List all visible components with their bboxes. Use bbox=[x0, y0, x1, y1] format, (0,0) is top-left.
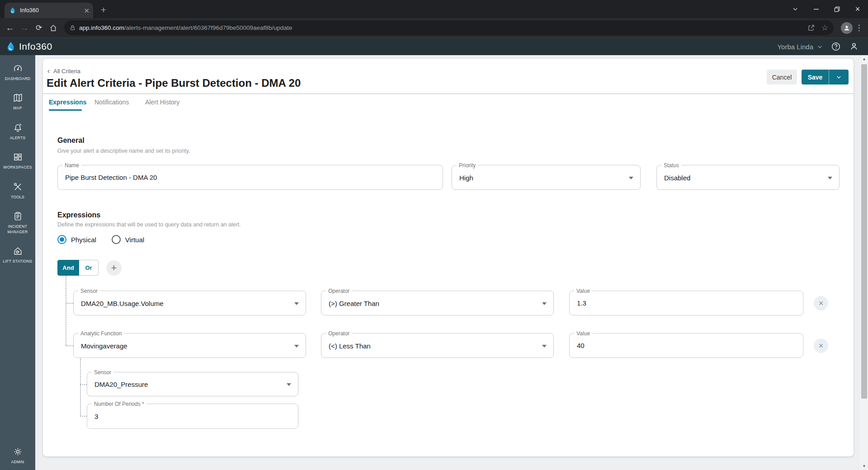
minimize-button[interactable] bbox=[806, 0, 826, 18]
main-area: All Criteria Edit Alert Criteria - Pipe … bbox=[35, 55, 860, 470]
restore-button[interactable] bbox=[826, 0, 847, 18]
row2-remove-button[interactable]: × bbox=[814, 338, 828, 353]
share-icon[interactable] bbox=[807, 24, 815, 32]
sidebar-item-workspaces[interactable]: WORKSPACES bbox=[0, 152, 35, 170]
row1-operator-select[interactable]: Operator (>) Greater Than bbox=[321, 291, 554, 315]
general-heading: General bbox=[57, 136, 85, 145]
url-host: app.info360.com bbox=[79, 24, 124, 31]
save-options-chevron-button[interactable] bbox=[829, 70, 849, 85]
scrollbar-thumb[interactable] bbox=[861, 64, 867, 399]
sidebar-label: ALERTS bbox=[10, 136, 26, 141]
water-drop-logo-icon bbox=[5, 41, 16, 52]
row2-operator-select[interactable]: Operator (<) Less Than bbox=[321, 333, 554, 358]
sidebar-item-alerts[interactable]: ALERTS bbox=[0, 122, 35, 141]
name-field[interactable]: Name bbox=[57, 165, 443, 190]
sidebar-label: MAP bbox=[13, 106, 22, 111]
row2-operator-label: Operator bbox=[326, 330, 352, 337]
expressions-heading: Expressions bbox=[57, 211, 100, 219]
bookmark-star-icon[interactable]: ☆ bbox=[821, 23, 828, 33]
scroll-up-arrow-icon[interactable]: ▲ bbox=[860, 55, 868, 63]
pump-house-icon bbox=[13, 246, 23, 256]
browser-profile-avatar[interactable] bbox=[841, 22, 853, 34]
scroll-down-arrow-icon[interactable]: ▼ bbox=[860, 462, 868, 470]
row2-value-field[interactable]: Value bbox=[569, 333, 803, 358]
breadcrumb-label: All Criteria bbox=[53, 68, 80, 75]
priority-label: Priority bbox=[457, 162, 478, 169]
cancel-button[interactable]: Cancel bbox=[767, 70, 797, 85]
connector-line bbox=[66, 276, 66, 346]
sidebar-item-admin[interactable]: ADMIN bbox=[0, 446, 35, 465]
sidebar-item-lift-stations[interactable]: LIFT STATIONS bbox=[0, 246, 35, 264]
radio-virtual[interactable]: Virtual bbox=[112, 235, 144, 244]
brand-name: Info360 bbox=[19, 41, 52, 52]
reload-icon[interactable]: ⟳ bbox=[32, 21, 46, 35]
tab-close-icon[interactable]: ✕ bbox=[84, 7, 90, 14]
sidebar-item-tools[interactable]: TOOLS bbox=[0, 182, 35, 200]
user-account-icon[interactable] bbox=[849, 42, 859, 52]
favicon-water-drop-icon bbox=[9, 7, 16, 14]
home-icon[interactable] bbox=[46, 21, 61, 35]
help-icon[interactable] bbox=[831, 42, 841, 52]
row1-remove-button[interactable]: × bbox=[814, 296, 828, 310]
sidebar-label: TOOLS bbox=[11, 195, 24, 200]
tab-notifications[interactable]: Notifications bbox=[94, 99, 129, 106]
clipboard-icon bbox=[13, 211, 23, 221]
row1-value-field[interactable]: Value bbox=[569, 291, 803, 315]
row2-function-label: Analytic Function bbox=[78, 330, 124, 337]
tab-search-chevron-icon[interactable] bbox=[785, 0, 806, 18]
tab-alert-history[interactable]: Alert History bbox=[145, 99, 179, 106]
browser-toolbar: ← → ⟳ app.info360.com/alerts-management/… bbox=[0, 18, 868, 38]
chevron-down-icon bbox=[836, 74, 842, 80]
row1-sensor-value: DMA20_MB.Usage.Volume bbox=[81, 299, 164, 307]
row2-analytic-function-select[interactable]: Analytic Function Movingaverage bbox=[73, 333, 306, 358]
forward-icon[interactable]: → bbox=[17, 21, 32, 35]
location-selector[interactable]: Yorba Linda bbox=[777, 43, 823, 51]
row1-value-input[interactable] bbox=[577, 291, 797, 315]
row1-sensor-label: Sensor bbox=[78, 287, 100, 295]
row3-periods-field[interactable]: Number Of Periods * bbox=[87, 404, 298, 429]
and-toggle-button[interactable]: And bbox=[57, 260, 79, 276]
row2-value-input[interactable] bbox=[577, 334, 797, 357]
save-button[interactable]: Save bbox=[802, 70, 829, 85]
row1-operator-value: (>) Greater Than bbox=[329, 299, 379, 307]
windows-icon bbox=[13, 152, 23, 162]
sidebar-nav: DASHBOARD MAP ALERTS WORKSPACES TOOLS bbox=[0, 55, 35, 470]
name-input[interactable] bbox=[65, 165, 436, 189]
row3-sensor-select[interactable]: Sensor DMA20_Pressure bbox=[87, 372, 298, 396]
location-label: Yorba Linda bbox=[777, 43, 813, 51]
add-expression-button[interactable]: + bbox=[106, 260, 122, 276]
expressions-subtitle: Define the expressions that will be used… bbox=[57, 221, 241, 228]
sidebar-item-incident-manager[interactable]: INCIDENT MANAGER bbox=[0, 211, 35, 235]
browser-tab[interactable]: Info360 ✕ bbox=[5, 3, 93, 18]
browser-menu-icon[interactable]: ⋮ bbox=[854, 23, 863, 33]
radio-physical-label: Physical bbox=[71, 236, 96, 244]
row2-operator-value: (<) Less Than bbox=[329, 342, 371, 349]
chevron-left-icon bbox=[47, 69, 51, 74]
chevron-down-icon bbox=[817, 44, 823, 50]
page-scrollbar[interactable]: ▲ ▼ bbox=[860, 55, 868, 470]
tools-icon bbox=[13, 182, 23, 192]
page-title: Edit Alert Criteria - Pipe Burst Detecti… bbox=[47, 77, 301, 89]
status-select[interactable]: Status Disabled bbox=[656, 165, 840, 190]
status-value: Disabled bbox=[664, 174, 690, 181]
sidebar-label: DASHBOARD bbox=[5, 76, 31, 81]
row1-operator-label: Operator bbox=[326, 287, 352, 295]
address-bar[interactable]: app.info360.com/alerts-management/alert/… bbox=[64, 20, 834, 35]
row1-sensor-select[interactable]: Sensor DMA20_MB.Usage.Volume bbox=[73, 291, 306, 315]
priority-select[interactable]: Priority High bbox=[452, 165, 641, 190]
sidebar-item-dashboard[interactable]: DASHBOARD bbox=[0, 63, 35, 81]
sidebar-item-map[interactable]: MAP bbox=[0, 93, 35, 111]
connector-line bbox=[80, 358, 81, 416]
radio-physical[interactable]: Physical bbox=[57, 235, 96, 244]
radio-selected-icon bbox=[57, 235, 66, 244]
expression-type-radio-group: Physical Virtual bbox=[57, 235, 144, 244]
row3-periods-input[interactable] bbox=[94, 404, 292, 428]
new-tab-button[interactable]: + bbox=[98, 5, 109, 15]
sidebar-label: ADMIN bbox=[11, 460, 24, 465]
or-toggle-button[interactable]: Or bbox=[79, 260, 99, 276]
bell-icon bbox=[13, 122, 23, 133]
close-window-button[interactable]: × bbox=[847, 0, 868, 18]
breadcrumb[interactable]: All Criteria bbox=[47, 68, 80, 75]
back-icon[interactable]: ← bbox=[3, 21, 17, 35]
tab-expressions[interactable]: Expressions bbox=[49, 99, 86, 106]
